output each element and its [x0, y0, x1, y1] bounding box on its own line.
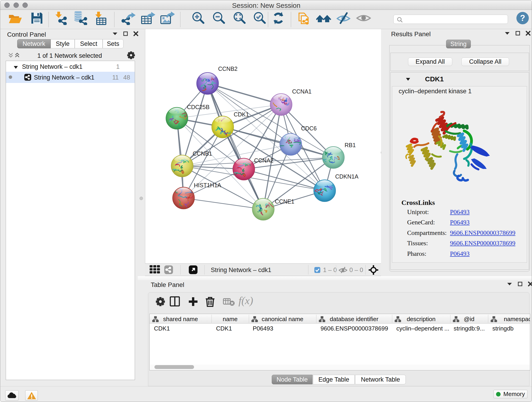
svg-text:?: ? — [520, 13, 525, 23]
svg-text:CCNA1: CCNA1 — [292, 88, 312, 95]
svg-text:RB1: RB1 — [345, 142, 356, 148]
svg-text:CCNB2: CCNB2 — [218, 65, 238, 72]
svg-text:CDKN1A: CDKN1A — [335, 173, 359, 180]
svg-text:CCNB1: CCNB1 — [193, 150, 212, 157]
svg-text:CDK1: CDK1 — [234, 111, 249, 118]
svg-text:CCNA2: CCNA2 — [254, 157, 273, 164]
svg-text:CDC25B: CDC25B — [187, 104, 210, 110]
svg-text:HIST1H1A: HIST1H1A — [194, 182, 221, 188]
svg-text:CDC6: CDC6 — [301, 125, 317, 132]
svg-text:CCNE1: CCNE1 — [275, 198, 294, 205]
